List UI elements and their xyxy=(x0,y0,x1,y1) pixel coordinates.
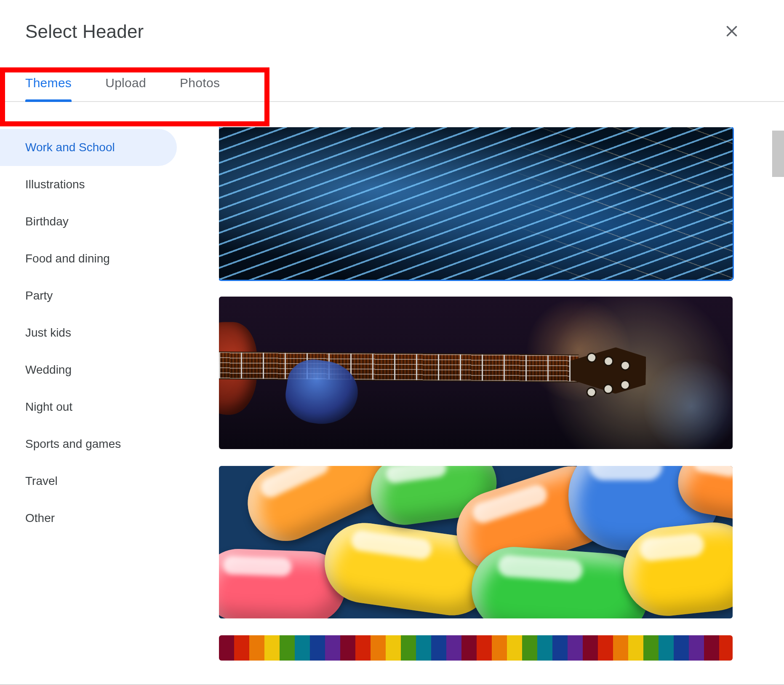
guitar-graphic xyxy=(219,351,579,382)
category-party[interactable]: Party xyxy=(0,277,177,314)
tabs: Themes Upload Photos xyxy=(0,76,784,102)
tab-upload[interactable]: Upload xyxy=(105,76,146,101)
category-night-out[interactable]: Night out xyxy=(0,388,177,425)
theme-thumbnail[interactable] xyxy=(219,297,733,449)
tab-themes[interactable]: Themes xyxy=(25,76,72,101)
category-just-kids[interactable]: Just kids xyxy=(0,314,177,351)
close-button[interactable] xyxy=(722,21,742,42)
dialog-body: Work and School Illustrations Birthday F… xyxy=(0,127,784,661)
category-wedding[interactable]: Wedding xyxy=(0,351,177,388)
theme-thumbnail[interactable] xyxy=(219,635,733,661)
scrollbar-thumb[interactable] xyxy=(772,131,784,177)
category-birthday[interactable]: Birthday xyxy=(0,203,177,240)
tab-photos[interactable]: Photos xyxy=(180,76,220,101)
category-sports-and-games[interactable]: Sports and games xyxy=(0,425,177,463)
category-illustrations[interactable]: Illustrations xyxy=(0,166,177,203)
theme-thumbnail[interactable] xyxy=(219,466,733,618)
category-other[interactable]: Other xyxy=(0,500,177,537)
tabs-container: Themes Upload Photos xyxy=(0,76,784,102)
category-food-and-dining[interactable]: Food and dining xyxy=(0,240,177,277)
category-work-and-school[interactable]: Work and School xyxy=(0,129,177,166)
dialog-header: Select Header xyxy=(0,0,784,42)
thumbnail-list xyxy=(219,127,784,661)
category-sidebar: Work and School Illustrations Birthday F… xyxy=(0,127,219,661)
theme-thumbnail[interactable] xyxy=(219,127,733,280)
close-icon xyxy=(724,24,739,40)
dialog-title: Select Header xyxy=(25,21,144,42)
category-travel[interactable]: Travel xyxy=(0,463,177,500)
